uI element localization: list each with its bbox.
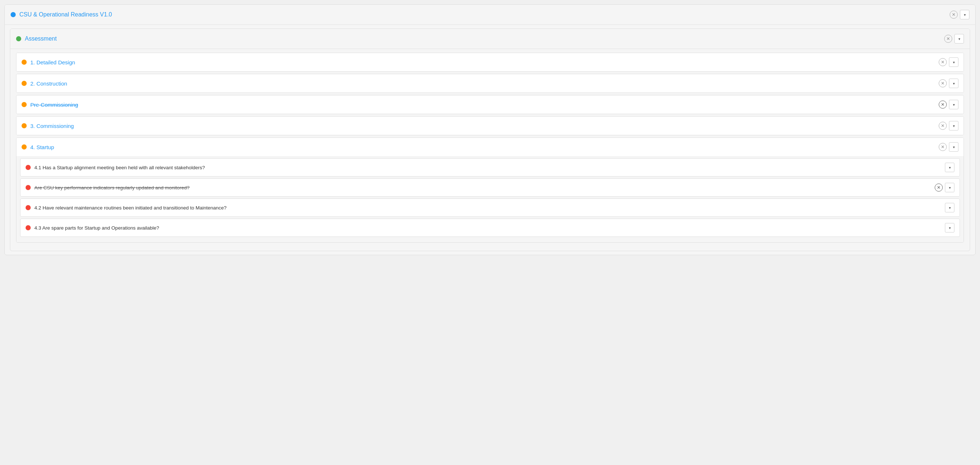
section-startup-header: 4. Startup ✕ ▾ [16,138,964,156]
sub-4-1-dot [25,165,31,170]
sub-4-3-actions: ▾ [945,223,955,232]
section-1-actions: ✕ ▾ [939,57,958,67]
section-pre-commissioning: Pre-Commissioning ✕ ▾ [16,95,964,114]
section-commissioning-header: 3. Commissioning ✕ ▾ [16,116,964,135]
assessment-actions: ✕ ▾ [944,34,964,43]
section-3-actions: ✕ ▾ [939,121,958,131]
sub-4-1-actions: ▾ [945,163,955,172]
section-3-title: 3. Commissioning [30,123,935,129]
section-pre-close-button[interactable]: ✕ [939,100,947,108]
section-3-dropdown-button[interactable]: ▾ [949,121,958,131]
top-level-status-dot [11,12,16,17]
section-2-dot [22,81,27,86]
section-construction-header: 2. Construction ✕ ▾ [16,74,964,92]
top-level-close-button[interactable]: ✕ [950,11,958,19]
sub-4-1-dropdown-button[interactable]: ▾ [945,163,955,172]
section-pre-dot [22,102,27,107]
section-2-close-button[interactable]: ✕ [939,79,947,88]
sub-item-kpi: Are CSU key performance indicators regul… [20,178,960,197]
section-3-dot [22,123,27,128]
section-1-close-button[interactable]: ✕ [939,58,947,66]
section-construction: 2. Construction ✕ ▾ [16,74,964,93]
sub-4-3-dot [25,225,31,230]
section-pre-actions: ✕ ▾ [939,100,958,109]
section-commissioning: 3. Commissioning ✕ ▾ [16,116,964,135]
section-detailed-design: 1. Detailed Design ✕ ▾ [16,53,964,72]
assessment-header: Assessment ✕ ▾ [10,29,970,49]
sub-kpi-close-button[interactable]: ✕ [935,183,943,191]
assessment-title: Assessment [25,35,940,42]
sub-kpi-text: Are CSU key performance indicators regul… [34,185,931,191]
sub-4-2-text: 4.2 Have relevant maintenance routines b… [34,205,941,210]
assessment-dropdown-button[interactable]: ▾ [955,34,964,43]
sub-item-4-1: 4.1 Has a Startup alignment meeting been… [20,158,960,177]
sub-4-3-text: 4.3 Are spare parts for Startup and Oper… [34,225,941,231]
section-3-close-button[interactable]: ✕ [939,122,947,130]
section-4-actions: ✕ ▾ [939,142,958,152]
sub-item-4-3: 4.3 Are spare parts for Startup and Oper… [20,218,960,237]
sub-kpi-actions: ✕ ▾ [935,183,955,192]
section-2-title: 2. Construction [30,80,935,87]
top-level-header: CSU & Operational Readiness V1.0 ✕ ▾ [5,5,975,25]
section-detailed-design-header: 1. Detailed Design ✕ ▾ [16,53,964,71]
assessment-close-button[interactable]: ✕ [944,35,952,43]
section-4-dot [22,144,27,150]
section-4-dropdown-button[interactable]: ▾ [949,142,958,152]
sub-4-2-dot [25,205,31,210]
sections-container: 1. Detailed Design ✕ ▾ 2. Construction ✕ [10,49,970,251]
section-1-dot [22,60,27,65]
sub-kpi-dropdown-button[interactable]: ▾ [945,183,955,192]
sub-item-4-2: 4.2 Have relevant maintenance routines b… [20,199,960,217]
top-level-actions: ✕ ▾ [950,10,969,19]
section-pre-header: Pre-Commissioning ✕ ▾ [16,96,964,114]
sub-kpi-dot [25,185,31,190]
section-startup: 4. Startup ✕ ▾ 4.1 Has a Startup alignme… [16,137,964,243]
section-1-dropdown-button[interactable]: ▾ [949,57,958,67]
section-2-dropdown-button[interactable]: ▾ [949,79,958,88]
section-2-actions: ✕ ▾ [939,79,958,88]
sub-4-3-dropdown-button[interactable]: ▾ [945,223,955,232]
sub-4-2-actions: ▾ [945,203,955,212]
section-4-title: 4. Startup [30,144,935,150]
section-pre-title: Pre-Commissioning [30,102,935,108]
sub-4-1-text: 4.1 Has a Startup alignment meeting been… [34,165,941,170]
top-level-title: CSU & Operational Readiness V1.0 [19,11,946,18]
assessment-card: Assessment ✕ ▾ 1. Detailed Design ✕ ▾ [10,29,970,251]
section-pre-dropdown-button[interactable]: ▾ [949,100,958,109]
top-level-card: CSU & Operational Readiness V1.0 ✕ ▾ Ass… [5,5,975,255]
top-level-dropdown-button[interactable]: ▾ [960,10,969,19]
section-1-title: 1. Detailed Design [30,59,935,65]
assessment-status-dot [16,36,21,41]
section-4-close-button[interactable]: ✕ [939,143,947,151]
sub-4-2-dropdown-button[interactable]: ▾ [945,203,955,212]
startup-sub-items: 4.1 Has a Startup alignment meeting been… [16,156,964,242]
